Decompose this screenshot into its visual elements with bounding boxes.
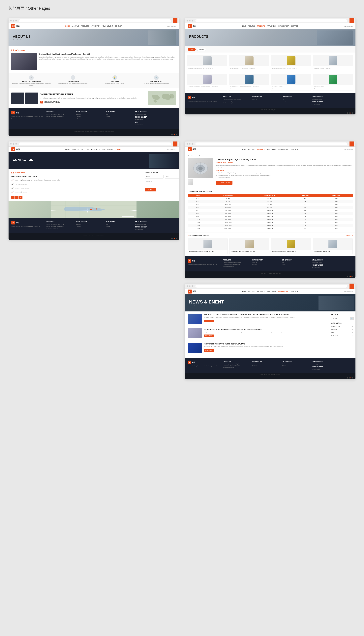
filter-motors[interactable]: Motors [197,48,206,51]
detail-footer-product-3[interactable]: D series centrifugal fan [223,266,250,267]
products-footer-link-2[interactable]: J series multi-stage centrifugal fan [223,100,250,102]
news-footer-news-2[interactable]: Products [252,365,280,366]
contact-footer-product-2[interactable]: J series multi-stage centrifugal fan [46,226,74,227]
nav-products[interactable]: PRODUCTS [81,25,89,27]
news-footer-product-1[interactable]: J series single-stage centrifugal fan [223,363,250,365]
product-card-7[interactable]: UNIVERSAL MOTOR A [271,74,311,91]
sidebar-search-input[interactable] [332,317,350,320]
recommended-card-3[interactable]: D SERIES SINGLE STAGE CENTRIFUGAL FAN [271,238,311,254]
c-dot-3[interactable] [174,238,175,239]
social-twitter[interactable]: t [15,196,18,199]
contact-footer-news-2[interactable]: Products [76,226,103,227]
footer-news-4[interactable]: FAQ [76,119,103,121]
sidebar-category-3[interactable]: Motor 4 [331,331,352,334]
news-read-more-2[interactable]: READ MORE [204,335,214,337]
contact-now-button[interactable]: CONTACT NOW [216,181,232,185]
contact-footer-product-1[interactable]: J series single-stage centrifugal fan [46,224,74,225]
products-footer-link-1[interactable]: J series single-stage centrifugal fan [223,99,250,100]
news-read-more-3[interactable]: READ MORE [204,349,214,352]
nav-application[interactable]: APPLICATION [91,25,100,27]
products-nav-app[interactable]: APPLICATION [267,25,276,27]
detail-nav-news[interactable]: NEWS & EVENT [278,149,289,150]
news-nav-news[interactable]: NEWS & EVENT [278,291,289,292]
d-dot-2[interactable] [349,276,350,277]
contact-nav-app[interactable]: APPLICATION [91,149,100,150]
n-dot-3[interactable] [350,377,352,379]
products-footer-news-2[interactable]: Products [252,100,280,102]
news-nav-about[interactable]: ABOUT US [248,291,255,292]
news-nav-products[interactable]: PRODUCTS [257,291,265,292]
footer-product-3[interactable]: D series centrifugal fan [46,117,74,119]
sidebar-category-2[interactable]: Axial Fan 2 [331,328,352,331]
detail-nav-about[interactable]: ABOUT US [248,149,255,150]
contact-nav-news[interactable]: NEWS & EVENT [102,149,113,150]
detail-footer-news-1[interactable]: About us [252,262,280,263]
news-nav-app[interactable]: APPLICATION [267,291,276,292]
n-dot-2[interactable] [349,377,350,379]
products-footer-news-1[interactable]: About us [252,99,280,100]
detail-footer-news-2[interactable]: Products [252,264,280,265]
footer-product-1[interactable]: J series single-stage centrifugal fan [46,114,74,115]
footer-news-2[interactable]: Products [76,116,103,117]
d-dot-1[interactable] [347,276,348,277]
detail-footer-other-2[interactable]: Delivery [282,264,309,265]
contact-footer-news-1[interactable]: About us [76,224,103,225]
footer-other-4[interactable]: Privacy [106,119,133,121]
product-thumb-image[interactable] [188,179,194,185]
contact-nav-home[interactable]: HOME [65,149,70,150]
products-footer-link-3[interactable]: D series centrifugal fan [223,102,250,104]
products-nav-products[interactable]: PRODUCTS [257,25,265,27]
products-nav-home[interactable]: HOME [242,25,246,27]
products-footer-other-1[interactable]: Faq [282,99,309,100]
contact-submit-button[interactable]: SUBMIT [145,188,156,191]
filter-fans[interactable]: Fans [188,48,196,51]
product-card-4[interactable]: F SERIES CENTRIFUGAL FAN A [313,55,353,72]
recommended-card-1[interactable]: J SERIES SINGLE STAGE CENTRIFUGAL FAN [188,238,228,254]
products-url-bar[interactable] [195,19,347,22]
contact-footer-other-2[interactable]: Delivery [106,226,133,227]
d-dot-4[interactable] [352,276,353,277]
dot-1[interactable] [170,134,172,135]
recommended-card-2[interactable]: D SERIES MULTI-STAGE CENTRIFUGAL FAN [229,238,269,254]
product-card-2[interactable]: D SERIES MULTI STAGE CENTRIFUGAL FAN A [229,55,269,72]
sidebar-category-1[interactable]: Centrifugal Fan 3 [331,325,352,328]
footer-news-3[interactable]: Application [76,117,103,119]
n-dot-1[interactable] [347,377,348,379]
products-nav-about[interactable]: ABOUT US [248,25,255,27]
footer-product-4[interactable]: F series centrifugal fan [46,119,74,121]
c-dot-2[interactable] [172,238,174,239]
footer-other-1[interactable]: Faq [106,114,133,115]
browser-url-bar[interactable] [19,19,171,22]
p-dot-4[interactable] [352,112,353,114]
detail-footer-product-1[interactable]: J series single-stage centrifugal fan [223,262,250,263]
footer-other-3[interactable]: Returns [106,117,133,119]
p-dot-2[interactable] [349,112,350,114]
sidebar-search-button[interactable]: 🔍 [350,317,354,320]
detail-nav-home[interactable]: HOME [242,149,246,150]
social-facebook[interactable]: f [12,196,14,199]
contact-name-input[interactable] [145,175,164,178]
news-footer-other-2[interactable]: Delivery [282,365,309,366]
nav-about[interactable]: ABOUT US [72,25,79,27]
c-dot-1[interactable] [170,238,172,239]
social-linkedin[interactable]: in [19,196,22,199]
nav-news[interactable]: NEWS & EVENT [102,25,113,27]
dot-4[interactable] [176,134,177,135]
products-nav-contact[interactable]: CONTACT [291,25,298,27]
dot-3[interactable] [174,134,175,135]
news-footer-other-1[interactable]: Faq [282,363,309,365]
contact-nav-products[interactable]: PRODUCTS [81,149,89,150]
c-dot-4[interactable] [176,238,177,239]
detail-nav-contact[interactable]: CONTACT [291,149,298,150]
contact-message-input[interactable] [145,180,176,187]
nav-home[interactable]: HOME [66,25,70,27]
news-nav-contact[interactable]: CONTACT [291,291,298,292]
news-footer-product-2[interactable]: J series multi-stage centrifugal fan [223,365,250,366]
detail-footer-product-2[interactable]: J series multi-stage centrifugal fan [223,264,250,265]
news-read-more-1[interactable]: READ MORE [204,320,214,322]
detail-nav-app[interactable]: APPLICATION [267,149,276,150]
news-nav-home[interactable]: HOME [242,291,246,292]
contact-footer-other-1[interactable]: Faq [106,224,133,225]
products-footer-other-2[interactable]: Delivery [282,100,309,102]
product-card-8[interactable]: SPECIAL MOTOR A [313,74,353,91]
